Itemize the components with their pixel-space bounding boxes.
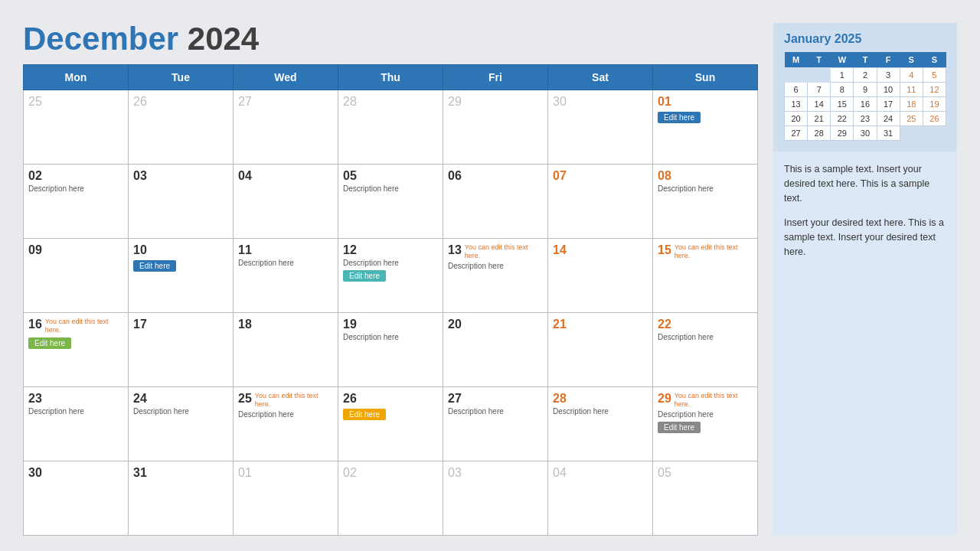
side-note: You can edit this text here. <box>465 243 543 260</box>
mini-cal-cell: 24 <box>877 112 900 126</box>
mini-cal-cell: 28 <box>808 126 831 141</box>
day-number: 25 <box>238 391 252 406</box>
calendar-cell: 23Description here <box>24 387 129 461</box>
calendar-cell: 30 <box>24 461 129 536</box>
calendar-cell: 04 <box>548 461 653 536</box>
day-number: 28 <box>343 94 357 109</box>
event-bar[interactable]: Edit here <box>28 337 71 349</box>
mini-cal-cell: 26 <box>923 112 946 126</box>
day-number: 29 <box>448 94 462 109</box>
mini-cal-cell: 4 <box>900 68 923 83</box>
mini-cal-row: 13141516171819 <box>785 97 946 112</box>
mini-cal-header-cell: S <box>923 52 946 68</box>
calendar-cell: 04 <box>234 165 338 239</box>
mini-cal-cell: 20 <box>785 112 808 126</box>
day-number: 01 <box>658 94 671 109</box>
calendar-cell: 01Edit here <box>653 90 758 165</box>
day-number: 27 <box>238 94 252 109</box>
mini-cal-cell: 14 <box>808 97 831 112</box>
mini-cal-cell: 13 <box>785 97 808 112</box>
day-number: 24 <box>133 391 147 406</box>
day-number: 17 <box>133 317 147 331</box>
mini-cal-cell: 7 <box>808 83 831 97</box>
calendar-cell: 03 <box>129 165 234 239</box>
day-number: 06 <box>448 168 462 183</box>
day-number: 02 <box>28 168 42 183</box>
weekday-header-cell: Tue <box>129 65 234 90</box>
day-number: 08 <box>658 168 671 183</box>
day-description: Description here <box>553 407 648 416</box>
event-bar[interactable]: Edit here <box>658 112 701 123</box>
calendar-cell: 30 <box>548 90 653 165</box>
mini-cal-cell: 22 <box>831 112 854 126</box>
day-description: Description here <box>448 407 543 416</box>
mini-cal-cell: 16 <box>854 97 877 112</box>
calendar-cell: 20 <box>443 313 548 387</box>
calendar-cell: 27 <box>234 90 338 165</box>
day-number: 07 <box>553 168 567 183</box>
calendar-cell: 08Description here <box>653 165 758 239</box>
calendar-cell: 16You can edit this text here.Edit here <box>24 313 129 387</box>
calendar-cell: 28 <box>338 90 443 165</box>
calendar-cell: 13You can edit this text here.Descriptio… <box>443 239 548 313</box>
mini-cal-cell: 27 <box>785 126 808 141</box>
calendar-cell: 05Description here <box>338 165 443 239</box>
event-bar[interactable]: Edit here <box>343 409 386 420</box>
calendar-cell: 26Edit here <box>338 387 443 461</box>
mini-cal-row: 12345 <box>785 68 946 83</box>
weekday-header-cell: Sun <box>653 65 758 90</box>
day-number: 04 <box>553 465 567 480</box>
mini-cal-header-cell: M <box>785 52 808 68</box>
event-bar[interactable]: Edit here <box>133 260 176 272</box>
day-number: 19 <box>343 317 357 331</box>
mini-cal-header: MTWTFSS <box>785 52 946 68</box>
mini-cal-cell: 2 <box>854 68 877 83</box>
day-number: 03 <box>133 168 147 183</box>
mini-cal-cell <box>785 68 808 83</box>
day-number: 30 <box>28 465 42 480</box>
calendar-cell: 17 <box>129 313 234 387</box>
calendar-cell: 24Description here <box>129 387 234 461</box>
mini-cal-cell: 11 <box>900 83 923 97</box>
day-number: 03 <box>448 465 462 480</box>
day-description: Description here <box>658 184 753 193</box>
calendar-cell: 02Description here <box>24 165 129 239</box>
calendar-cell: 28Description here <box>548 387 653 461</box>
calendar-cell: 12Description hereEdit here <box>338 239 443 313</box>
day-description: Description here <box>133 407 228 416</box>
side-note: You can edit this text here. <box>675 243 753 260</box>
day-number: 10 <box>133 243 147 257</box>
calendar-week-row: 23Description here24Description here25Yo… <box>24 387 758 461</box>
day-number: 26 <box>343 391 357 406</box>
day-number: 02 <box>343 465 357 480</box>
day-description: Description here <box>28 184 123 193</box>
mini-calendar-table: MTWTFSS 12345678910111213141516171819202… <box>784 52 946 141</box>
mini-cal-cell: 1 <box>831 68 854 83</box>
mini-cal-row: 20212223242526 <box>785 112 946 126</box>
calendar-week-row: 02Description here030405Description here… <box>24 165 758 239</box>
calendar-cell: 09 <box>24 239 129 313</box>
calendar-week-row: 30310102030405 <box>24 461 758 536</box>
day-number: 09 <box>28 243 42 257</box>
day-number: 11 <box>238 243 252 257</box>
mini-cal-cell: 6 <box>785 83 808 97</box>
calendar-cell: 19Description here <box>338 313 443 387</box>
day-number: 01 <box>238 465 252 480</box>
mini-cal-header-cell: S <box>900 52 923 68</box>
weekday-header: MonTueWedThuFriSatSun <box>24 65 758 90</box>
mini-cal-header-cell: T <box>854 52 877 68</box>
mini-cal-cell: 12 <box>923 83 946 97</box>
weekday-header-cell: Fri <box>443 65 548 90</box>
side-note: You can edit this text here. <box>675 392 753 409</box>
day-description: Description here <box>343 259 438 267</box>
event-bar[interactable]: Edit here <box>343 270 386 282</box>
day-number: 29 <box>658 391 671 406</box>
sidebar-text-area: This is a sample text. Insert your desir… <box>773 152 957 536</box>
day-number: 20 <box>448 317 462 331</box>
event-bar[interactable]: Edit here <box>658 422 701 433</box>
mini-cal-cell: 5 <box>923 68 946 83</box>
mini-cal-header-cell: W <box>831 52 854 68</box>
day-number: 23 <box>28 391 42 406</box>
day-number: 27 <box>448 391 462 406</box>
mini-cal-cell: 21 <box>808 112 831 126</box>
